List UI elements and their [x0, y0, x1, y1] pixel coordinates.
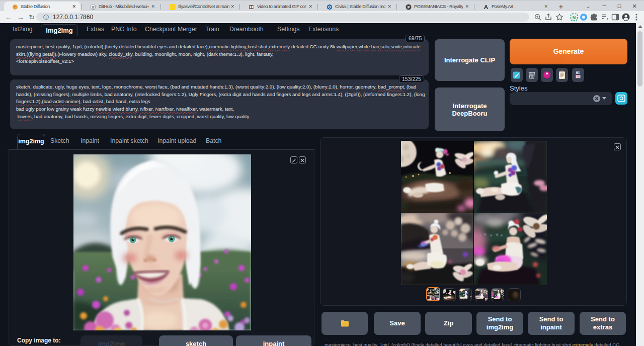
svg-text:P: P [408, 5, 410, 10]
svg-text:N: N [573, 15, 576, 20]
